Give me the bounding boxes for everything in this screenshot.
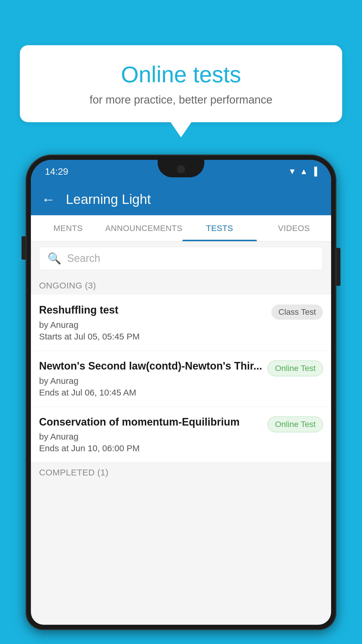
test-card-2[interactable]: Newton's Second law(contd)-Newton's Thir… [31,351,331,407]
test-name-3: Conservation of momentum-Equilibrium [39,415,263,429]
camera-dot [177,165,185,173]
phone-container: 14:29 ▼ ▲ ▐ ← Learning Light MENTS ANNOU… [26,155,336,644]
test-badge-2: Online Test [268,360,323,376]
search-container: 🔍 Search [31,242,331,275]
search-input[interactable]: 🔍 Search [39,247,323,270]
wifi-icon: ▼ [288,167,296,176]
test-badge-3: Online Test [268,416,323,432]
speech-bubble-container: Online tests for more practice, better p… [20,45,342,122]
test-date-1: Starts at Jul 05, 05:45 PM [39,332,267,342]
test-date-3: Ends at Jun 10, 06:00 PM [39,443,263,453]
test-card-1-content: Reshuffling test by Anurag Starts at Jul… [39,303,267,342]
signal-icon: ▲ [300,167,308,176]
completed-section-header: COMPLETED (1) [31,462,331,482]
test-name-1: Reshuffling test [39,303,267,317]
phone-outer: 14:29 ▼ ▲ ▐ ← Learning Light MENTS ANNOU… [26,155,336,630]
test-card-1[interactable]: Reshuffling test by Anurag Starts at Jul… [31,295,331,351]
test-author-1: by Anurag [39,320,267,330]
ongoing-section-header: ONGOING (3) [31,275,331,295]
test-card-3-content: Conservation of momentum-Equilibrium by … [39,415,263,454]
tabs-bar: MENTS ANNOUNCEMENTS TESTS VIDEOS [31,215,331,242]
tab-ments[interactable]: MENTS [31,215,105,241]
test-author-3: by Anurag [39,432,263,442]
tab-tests[interactable]: TESTS [182,215,257,241]
test-date-2: Ends at Jul 06, 10:45 AM [39,388,263,398]
status-time: 14:29 [45,166,68,177]
test-badge-1: Class Test [271,304,323,320]
search-placeholder-text: Search [67,252,100,265]
battery-icon: ▐ [311,167,317,176]
tab-announcements[interactable]: ANNOUNCEMENTS [105,215,182,241]
back-button[interactable]: ← [41,191,55,207]
speech-bubble: Online tests for more practice, better p… [20,45,342,122]
search-icon: 🔍 [48,252,61,265]
speech-bubble-subtitle: for more practice, better performance [37,94,325,106]
app-header: ← Learning Light [31,183,331,215]
status-icons: ▼ ▲ ▐ [288,167,317,176]
test-author-2: by Anurag [39,376,263,386]
test-name-2: Newton's Second law(contd)-Newton's Thir… [39,359,263,373]
speech-bubble-title: Online tests [37,61,325,88]
test-card-3[interactable]: Conservation of momentum-Equilibrium by … [31,407,331,463]
phone-screen: 14:29 ▼ ▲ ▐ ← Learning Light MENTS ANNOU… [31,160,331,625]
test-card-2-content: Newton's Second law(contd)-Newton's Thir… [39,359,263,398]
tab-videos[interactable]: VIDEOS [257,215,331,241]
app-title: Learning Light [66,191,151,207]
